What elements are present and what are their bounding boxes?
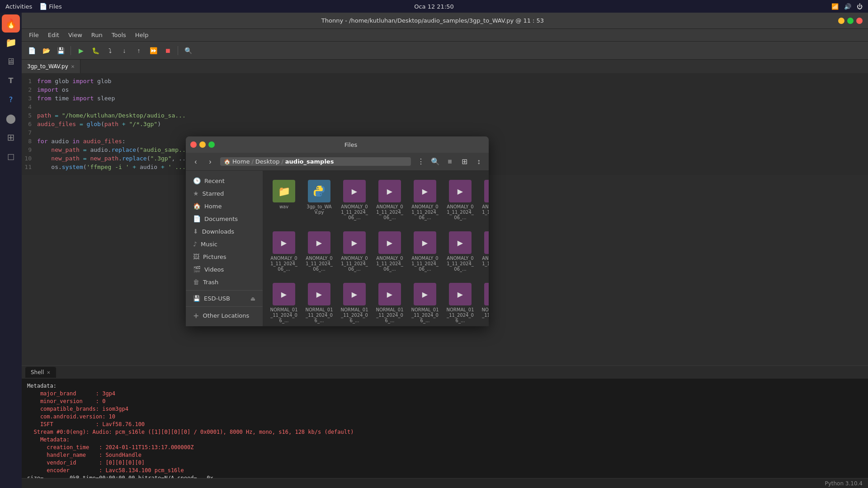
tab-close-button[interactable]: ✕	[71, 64, 75, 69]
music-icon: ♪	[193, 240, 197, 248]
toolbar-separator2	[178, 46, 178, 55]
trash-icon: 🗑	[193, 278, 199, 286]
zoom-out-button[interactable]: 🔍	[182, 44, 194, 57]
file-item-anomaly-1[interactable]: ANOMALY_01_11_2024_06_...	[339, 176, 370, 224]
file-item-anomaly-8[interactable]: ANOMALY_01_11_2024_06_...	[339, 228, 370, 276]
activity-square[interactable]: ◻	[2, 147, 20, 165]
activity-thonny[interactable]: 🔥	[2, 14, 20, 33]
sidebar-item-music[interactable]: ♪ Music	[186, 238, 263, 250]
file-item-normal-2[interactable]: NORMAL_01_11_2024_06_...	[303, 279, 335, 326]
sidebar-item-home[interactable]: 🏠 Home	[186, 200, 263, 212]
audio-icon-9	[378, 231, 401, 254]
menu-view[interactable]: View	[65, 31, 86, 39]
file-item-normal-7[interactable]: NORMAL_01_11_2024_06_...	[480, 279, 489, 326]
shell-tab-close[interactable]: ✕	[47, 370, 50, 375]
sidebar-item-videos[interactable]: 🎬 Videos	[186, 263, 263, 276]
file-item-normal-6[interactable]: NORMAL_01_11_2024_06_...	[444, 279, 476, 326]
files-sort-button[interactable]: ↕	[472, 155, 485, 168]
files-view-grid-button[interactable]: ⊞	[458, 155, 471, 168]
sidebar-item-starred[interactable]: ★ Starred	[186, 187, 263, 200]
run-button[interactable]: ▶	[75, 44, 87, 57]
sidebar-item-trash[interactable]: 🗑 Trash	[186, 276, 263, 288]
activity-files[interactable]: 📁	[2, 33, 20, 52]
files-max-button[interactable]	[208, 141, 215, 148]
files-back-button[interactable]: ‹	[189, 155, 202, 168]
menu-tools[interactable]: Tools	[108, 31, 130, 39]
file-item-anomaly-9[interactable]: ANOMALY_01_11_2024_06_...	[374, 228, 406, 276]
activity-circle[interactable]: ⬤	[2, 109, 20, 127]
files-forward-button[interactable]: ›	[204, 155, 217, 168]
debug-button[interactable]: 🐛	[89, 44, 102, 57]
files-menu-button[interactable]: ⋮	[415, 155, 427, 168]
sidebar-separator	[186, 290, 263, 291]
sidebar-item-esd-usb[interactable]: 💾 ESD-USB ⏏	[186, 292, 263, 305]
audio-icon-2	[378, 180, 401, 202]
resume-button[interactable]: ⏩	[147, 44, 160, 57]
file-item-normal-1[interactable]: NORMAL_01_11_2024_06_...	[268, 279, 300, 326]
home-icon: 🏠	[193, 202, 201, 210]
tab-bar: 3gp_to_WAV.py ✕	[22, 60, 868, 73]
minimize-button[interactable]	[838, 18, 844, 24]
file-item-anomaly-10[interactable]: ANOMALY_01_11_2024_06_...	[409, 228, 441, 276]
breadcrumb-home[interactable]: Home	[232, 158, 250, 165]
step-into-button[interactable]: ↓	[118, 44, 131, 57]
file-item-normal-3[interactable]: NORMAL_01_11_2024_06_...	[339, 279, 370, 326]
breadcrumb-desktop[interactable]: Desktop	[255, 158, 280, 165]
file-item-anomaly-7[interactable]: ANOMALY_01_11_2024_06_...	[303, 228, 335, 276]
file-name-anomaly-9: ANOMALY_01_11_2024_06_...	[376, 256, 404, 272]
shell-output[interactable]: Metadata: major_brand : 3gp4 minor_versi…	[22, 379, 868, 478]
files-min-button[interactable]	[199, 141, 206, 148]
file-name-python: 3gp_to_WAV.py	[305, 204, 333, 215]
code-line-3: 3 from time import sleep	[22, 94, 868, 103]
stop-button[interactable]: ⏹	[161, 44, 174, 57]
file-item-normal-5[interactable]: NORMAL_01_11_2024_06_...	[409, 279, 441, 326]
step-over-button[interactable]: ⤵	[104, 44, 116, 57]
sidebar-item-recent[interactable]: 🕒 Recent	[186, 174, 263, 187]
sidebar-item-documents[interactable]: 📄 Documents	[186, 212, 263, 225]
menu-help[interactable]: Help	[132, 31, 152, 39]
eject-button[interactable]: ⏏	[250, 296, 255, 302]
file-item-python[interactable]: 3gp_to_WAV.py	[303, 176, 335, 224]
file-item-wav[interactable]: 📁 wav	[268, 176, 300, 224]
maximize-button[interactable]	[847, 18, 854, 24]
tab-3gp-to-wav[interactable]: 3gp_to_WAV.py ✕	[22, 60, 80, 73]
activity-terminal[interactable]: 🖥	[2, 52, 20, 70]
save-file-button[interactable]: 💾	[54, 44, 67, 57]
files-label[interactable]: 📄 Files	[39, 3, 62, 10]
activity-help[interactable]: ?	[2, 90, 20, 108]
file-item-anomaly-6[interactable]: ANOMALY_01_11_2024_06_...	[268, 228, 300, 276]
file-item-anomaly-4[interactable]: ANOMALY_01_11_2024_06_...	[444, 176, 476, 224]
sidebar-item-other-locations[interactable]: + Other Locations	[186, 309, 263, 323]
breadcrumb-folder[interactable]: audio_samples	[285, 158, 334, 165]
file-item-anomaly-11[interactable]: ANOMALY_01_11_2024_06_...	[444, 228, 476, 276]
menu-run[interactable]: Run	[88, 31, 106, 39]
activity-text[interactable]: T	[2, 71, 20, 89]
activity-grid[interactable]: ⊞	[2, 128, 20, 146]
activities-label[interactable]: Activities	[5, 3, 32, 10]
step-out-button[interactable]: ↑	[132, 44, 145, 57]
shell-line-9: creation_time : 2024-01-11T15:13:17.0000…	[27, 444, 863, 451]
audio-icon-normal-4	[378, 283, 401, 305]
menu-file[interactable]: File	[25, 31, 42, 39]
open-file-button[interactable]: 📂	[40, 44, 52, 57]
files-search-button[interactable]: 🔍	[429, 155, 442, 168]
sidebar-item-pictures[interactable]: 🖼 Pictures	[186, 250, 263, 263]
file-name-normal-6: NORMAL_01_11_2024_06_...	[446, 307, 474, 324]
file-item-anomaly-5[interactable]: ANOMALY_01_11_2024_06_...	[480, 176, 489, 224]
file-item-anomaly-3[interactable]: ANOMALY_01_11_2024_06_...	[409, 176, 441, 224]
files-close-button[interactable]	[190, 141, 197, 148]
file-name-normal-3: NORMAL_01_11_2024_06_...	[340, 307, 368, 324]
close-button[interactable]	[856, 18, 863, 24]
file-item-normal-4[interactable]: NORMAL_01_11_2024_06_...	[374, 279, 406, 326]
file-name-anomaly-8: ANOMALY_01_11_2024_06_...	[340, 256, 368, 272]
topbar-left: Activities 📄 Files	[5, 3, 62, 10]
file-item-anomaly-12[interactable]: ANOMALY_01_11_2024_06_...	[480, 228, 489, 276]
shell-tab-bar: Shell ✕	[22, 366, 868, 379]
new-file-button[interactable]: 📄	[25, 44, 38, 57]
menu-edit[interactable]: Edit	[44, 31, 63, 39]
sidebar-item-downloads[interactable]: ⬇ Downloads	[186, 225, 263, 238]
files-view-list-button[interactable]: ≡	[443, 155, 456, 168]
file-item-anomaly-2[interactable]: ANOMALY_01_11_2024_06_...	[374, 176, 406, 224]
file-name-anomaly-2: ANOMALY_01_11_2024_06_...	[376, 204, 404, 221]
shell-tab[interactable]: Shell ✕	[25, 367, 56, 378]
